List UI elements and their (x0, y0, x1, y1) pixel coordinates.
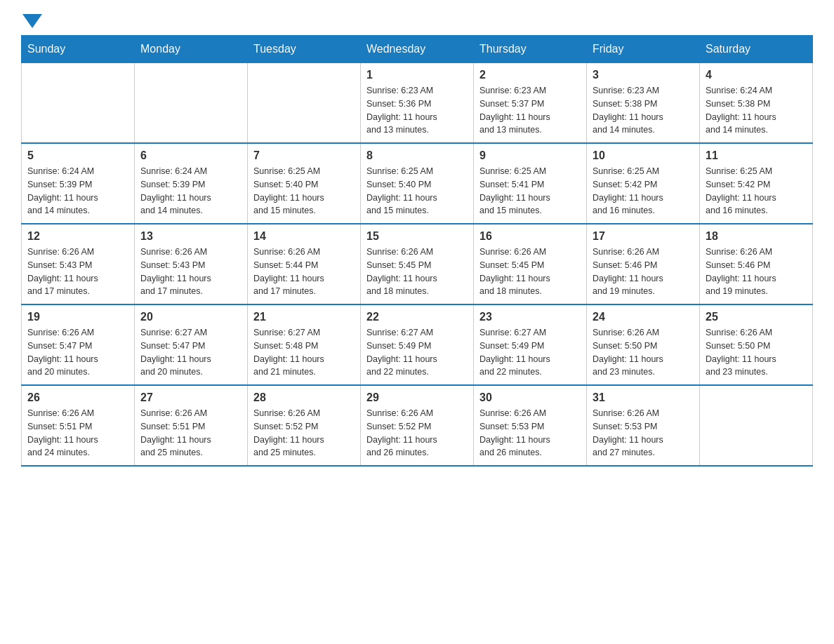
calendar-week-row: 19Sunrise: 6:26 AM Sunset: 5:47 PM Dayli… (22, 304, 813, 385)
calendar-cell: 4Sunrise: 6:24 AM Sunset: 5:38 PM Daylig… (700, 63, 813, 144)
logo-triangle-icon (22, 14, 42, 28)
calendar-cell: 19Sunrise: 6:26 AM Sunset: 5:47 PM Dayli… (22, 304, 135, 385)
day-info: Sunrise: 6:26 AM Sunset: 5:51 PM Dayligh… (140, 407, 241, 459)
day-number: 16 (479, 230, 581, 243)
calendar-cell: 17Sunrise: 6:26 AM Sunset: 5:46 PM Dayli… (587, 224, 700, 304)
calendar-cell (700, 385, 813, 466)
day-info: Sunrise: 6:26 AM Sunset: 5:43 PM Dayligh… (27, 246, 128, 298)
day-number: 2 (479, 69, 581, 81)
day-number: 31 (593, 391, 694, 404)
day-info: Sunrise: 6:24 AM Sunset: 5:39 PM Dayligh… (140, 165, 241, 217)
calendar-cell: 31Sunrise: 6:26 AM Sunset: 5:53 PM Dayli… (587, 385, 700, 466)
day-info: Sunrise: 6:25 AM Sunset: 5:41 PM Dayligh… (479, 165, 581, 217)
day-info: Sunrise: 6:24 AM Sunset: 5:38 PM Dayligh… (706, 84, 807, 137)
day-info: Sunrise: 6:27 AM Sunset: 5:48 PM Dayligh… (253, 326, 355, 379)
calendar-cell: 27Sunrise: 6:26 AM Sunset: 5:51 PM Dayli… (135, 385, 248, 466)
day-number: 19 (27, 311, 128, 323)
day-number: 29 (366, 391, 468, 404)
day-info: Sunrise: 6:23 AM Sunset: 5:38 PM Dayligh… (593, 84, 694, 137)
calendar-cell (135, 63, 248, 144)
day-info: Sunrise: 6:23 AM Sunset: 5:36 PM Dayligh… (366, 84, 468, 137)
logo (21, 14, 44, 28)
day-info: Sunrise: 6:26 AM Sunset: 5:46 PM Dayligh… (706, 246, 807, 298)
day-info: Sunrise: 6:27 AM Sunset: 5:49 PM Dayligh… (366, 326, 468, 379)
day-number: 13 (140, 230, 241, 243)
weekday-header-monday: Monday (135, 36, 248, 63)
calendar-cell: 10Sunrise: 6:25 AM Sunset: 5:42 PM Dayli… (587, 143, 700, 224)
day-info: Sunrise: 6:23 AM Sunset: 5:37 PM Dayligh… (479, 84, 581, 137)
day-number: 28 (253, 391, 355, 404)
calendar-cell: 14Sunrise: 6:26 AM Sunset: 5:44 PM Dayli… (248, 224, 361, 304)
calendar-cell (22, 63, 135, 144)
day-number: 26 (27, 391, 128, 404)
calendar-week-row: 5Sunrise: 6:24 AM Sunset: 5:39 PM Daylig… (22, 143, 813, 224)
day-info: Sunrise: 6:25 AM Sunset: 5:42 PM Dayligh… (593, 165, 694, 217)
day-info: Sunrise: 6:26 AM Sunset: 5:43 PM Dayligh… (140, 246, 241, 298)
day-info: Sunrise: 6:26 AM Sunset: 5:52 PM Dayligh… (253, 407, 355, 459)
day-number: 21 (253, 311, 355, 323)
calendar-week-row: 1Sunrise: 6:23 AM Sunset: 5:36 PM Daylig… (22, 63, 813, 144)
day-number: 3 (593, 69, 694, 81)
calendar-cell: 20Sunrise: 6:27 AM Sunset: 5:47 PM Dayli… (135, 304, 248, 385)
day-number: 4 (706, 69, 807, 81)
day-info: Sunrise: 6:26 AM Sunset: 5:51 PM Dayligh… (27, 407, 128, 459)
day-number: 14 (253, 230, 355, 243)
calendar-cell: 15Sunrise: 6:26 AM Sunset: 5:45 PM Dayli… (361, 224, 474, 304)
day-info: Sunrise: 6:27 AM Sunset: 5:49 PM Dayligh… (479, 326, 581, 379)
calendar-cell: 16Sunrise: 6:26 AM Sunset: 5:45 PM Dayli… (474, 224, 587, 304)
calendar-cell: 29Sunrise: 6:26 AM Sunset: 5:52 PM Dayli… (361, 385, 474, 466)
calendar-cell: 18Sunrise: 6:26 AM Sunset: 5:46 PM Dayli… (700, 224, 813, 304)
calendar-cell: 7Sunrise: 6:25 AM Sunset: 5:40 PM Daylig… (248, 143, 361, 224)
day-number: 20 (140, 311, 241, 323)
calendar-cell: 2Sunrise: 6:23 AM Sunset: 5:37 PM Daylig… (474, 63, 587, 144)
calendar-cell: 1Sunrise: 6:23 AM Sunset: 5:36 PM Daylig… (361, 63, 474, 144)
day-number: 24 (593, 311, 694, 323)
calendar-week-row: 26Sunrise: 6:26 AM Sunset: 5:51 PM Dayli… (22, 385, 813, 466)
weekday-header-sunday: Sunday (22, 36, 135, 63)
day-number: 10 (593, 149, 694, 162)
day-info: Sunrise: 6:26 AM Sunset: 5:52 PM Dayligh… (366, 407, 468, 459)
day-number: 6 (140, 149, 241, 162)
calendar-cell: 30Sunrise: 6:26 AM Sunset: 5:53 PM Dayli… (474, 385, 587, 466)
day-number: 12 (27, 230, 128, 243)
day-info: Sunrise: 6:26 AM Sunset: 5:53 PM Dayligh… (479, 407, 581, 459)
calendar-cell: 24Sunrise: 6:26 AM Sunset: 5:50 PM Dayli… (587, 304, 700, 385)
calendar-table: SundayMondayTuesdayWednesdayThursdayFrid… (21, 35, 813, 467)
day-info: Sunrise: 6:26 AM Sunset: 5:44 PM Dayligh… (253, 246, 355, 298)
day-info: Sunrise: 6:26 AM Sunset: 5:53 PM Dayligh… (593, 407, 694, 459)
weekday-header-saturday: Saturday (700, 36, 813, 63)
day-number: 7 (253, 149, 355, 162)
calendar-cell: 23Sunrise: 6:27 AM Sunset: 5:49 PM Dayli… (474, 304, 587, 385)
page-header (21, 14, 813, 28)
day-info: Sunrise: 6:27 AM Sunset: 5:47 PM Dayligh… (140, 326, 241, 379)
calendar-cell: 26Sunrise: 6:26 AM Sunset: 5:51 PM Dayli… (22, 385, 135, 466)
calendar-cell: 3Sunrise: 6:23 AM Sunset: 5:38 PM Daylig… (587, 63, 700, 144)
day-number: 9 (479, 149, 581, 162)
weekday-header-wednesday: Wednesday (361, 36, 474, 63)
calendar-body: 1Sunrise: 6:23 AM Sunset: 5:36 PM Daylig… (22, 63, 813, 467)
day-number: 30 (479, 391, 581, 404)
calendar-week-row: 12Sunrise: 6:26 AM Sunset: 5:43 PM Dayli… (22, 224, 813, 304)
calendar-cell: 25Sunrise: 6:26 AM Sunset: 5:50 PM Dayli… (700, 304, 813, 385)
day-number: 23 (479, 311, 581, 323)
day-number: 11 (706, 149, 807, 162)
day-number: 17 (593, 230, 694, 243)
day-info: Sunrise: 6:25 AM Sunset: 5:42 PM Dayligh… (706, 165, 807, 217)
day-info: Sunrise: 6:26 AM Sunset: 5:45 PM Dayligh… (479, 246, 581, 298)
calendar-cell: 6Sunrise: 6:24 AM Sunset: 5:39 PM Daylig… (135, 143, 248, 224)
weekday-header-thursday: Thursday (474, 36, 587, 63)
day-number: 25 (706, 311, 807, 323)
day-info: Sunrise: 6:25 AM Sunset: 5:40 PM Dayligh… (366, 165, 468, 217)
day-info: Sunrise: 6:26 AM Sunset: 5:50 PM Dayligh… (706, 326, 807, 379)
calendar-cell (248, 63, 361, 144)
weekday-header-friday: Friday (587, 36, 700, 63)
weekday-header-tuesday: Tuesday (248, 36, 361, 63)
day-info: Sunrise: 6:26 AM Sunset: 5:50 PM Dayligh… (593, 326, 694, 379)
day-number: 5 (27, 149, 128, 162)
day-number: 22 (366, 311, 468, 323)
calendar-cell: 5Sunrise: 6:24 AM Sunset: 5:39 PM Daylig… (22, 143, 135, 224)
day-number: 8 (366, 149, 468, 162)
day-number: 15 (366, 230, 468, 243)
calendar-cell: 28Sunrise: 6:26 AM Sunset: 5:52 PM Dayli… (248, 385, 361, 466)
calendar-cell: 12Sunrise: 6:26 AM Sunset: 5:43 PM Dayli… (22, 224, 135, 304)
